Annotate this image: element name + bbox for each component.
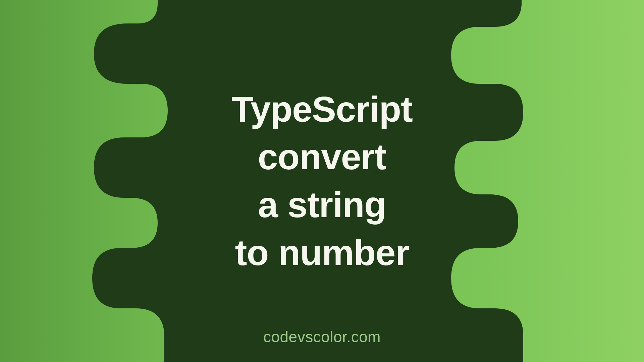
content-area: TypeScript convert a string to number: [0, 0, 644, 362]
title-line-4: to number: [235, 232, 409, 273]
title-line-1: TypeScript: [231, 89, 413, 129]
title-line-3: a string: [258, 184, 386, 225]
title-line-2: convert: [258, 136, 386, 177]
site-name: codevscolor.com: [263, 328, 381, 346]
page-title: TypeScript convert a string to number: [231, 85, 413, 277]
footer: codevscolor.com: [263, 328, 381, 346]
